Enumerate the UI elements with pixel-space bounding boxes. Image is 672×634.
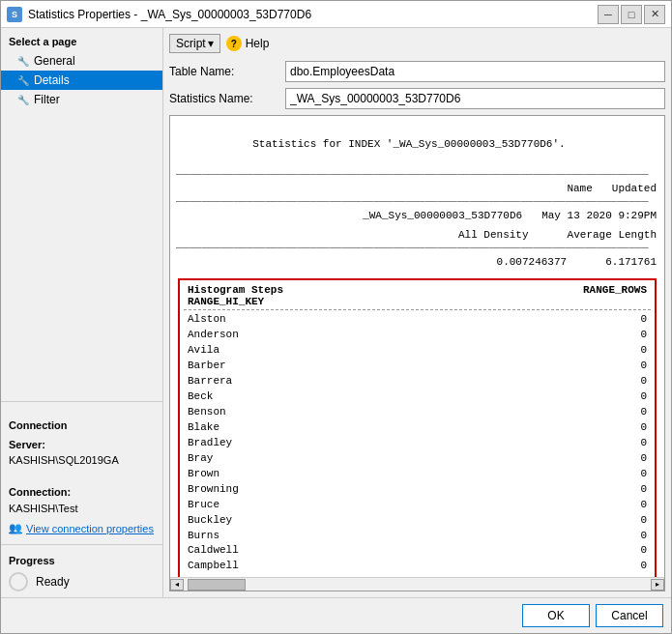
histogram-value: 0: [640, 513, 647, 529]
window-controls: ─ □ ✕: [598, 5, 665, 24]
ok-button[interactable]: OK: [522, 604, 590, 627]
help-label: Help: [246, 37, 270, 50]
histogram-name: Beck: [188, 389, 213, 405]
table-name-label: Table Name:: [169, 65, 285, 78]
histogram-row: Bray0: [184, 451, 651, 467]
histogram-col3: RANGE_ROWS: [583, 284, 647, 307]
stats-header-line: Statistics for INDEX '_WA_Sys_00000003_5…: [170, 120, 664, 168]
histogram-dashed: [184, 309, 651, 310]
progress-section: Progress Ready: [1, 549, 162, 597]
details-icon: 🔧: [16, 75, 30, 86]
stats-name-row: Statistics Name:: [169, 88, 665, 109]
histogram-name: Brown: [188, 467, 219, 482]
cancel-button[interactable]: Cancel: [596, 604, 663, 627]
histogram-name: Bray: [188, 451, 213, 467]
histogram-name: Burns: [188, 529, 219, 544]
progress-spinner: [9, 572, 28, 591]
toolbar: Script ▾ ? Help: [169, 34, 665, 53]
help-icon: ?: [226, 36, 242, 51]
name-header: Name: [178, 183, 612, 194]
sidebar-filter-label: Filter: [34, 93, 60, 106]
histogram-row: Browning0: [184, 482, 651, 498]
histogram-value: 0: [640, 389, 647, 405]
stats-density-header: All Density Average Length: [170, 228, 664, 242]
table-name-input[interactable]: [285, 61, 665, 82]
histogram-row: Avila0: [184, 343, 651, 359]
content-area: Select a page 🔧 General 🔧 Details 🔧 Filt…: [1, 28, 671, 597]
avg-length-header: Average Length: [568, 229, 657, 241]
script-button[interactable]: Script ▾: [169, 34, 220, 53]
statistics-name-label: Statistics Name:: [169, 92, 285, 105]
histogram-rows: Alston0Anderson0Avila0Barber0Barrera0Bec…: [184, 312, 651, 574]
connection-link-icon: 👥: [9, 522, 22, 534]
histogram-name: Bruce: [188, 498, 219, 513]
histogram-value: 0: [640, 328, 647, 343]
histogram-name: Barrera: [188, 374, 232, 389]
table-name-row: Table Name:: [169, 61, 665, 82]
histogram-name: Campbell: [188, 559, 239, 574]
histogram-name: Browning: [188, 482, 239, 498]
histogram-name: Barber: [188, 359, 226, 374]
sidebar-item-general[interactable]: 🔧 General: [1, 51, 162, 71]
horizontal-scrollbar[interactable]: ◂ ▸: [170, 577, 664, 591]
histogram-value: 0: [640, 436, 647, 451]
sidebar-details-label: Details: [34, 73, 70, 87]
server-label: Server:: [9, 439, 45, 450]
hscroll-right-arrow[interactable]: ▸: [651, 579, 664, 591]
sidebar: Select a page 🔧 General 🔧 Details 🔧 Filt…: [1, 28, 163, 597]
script-dropdown-arrow: ▾: [208, 37, 214, 50]
maximize-button[interactable]: □: [621, 5, 642, 24]
density-value: 0.007246377: [178, 256, 605, 268]
connection-info: Server: KASHISH\SQL2019GA Connection: KA…: [9, 437, 155, 517]
sidebar-item-details[interactable]: 🔧 Details: [1, 71, 162, 90]
histogram-row: Burns0: [184, 529, 651, 544]
title-bar: S Statistics Properties - _WA_Sys_000000…: [1, 1, 671, 28]
server-value: KASHISH\SQL2019GA: [9, 452, 155, 469]
view-connection-link[interactable]: 👥 View connection properties: [9, 522, 155, 534]
histogram-value: 0: [640, 420, 647, 436]
histogram-row: Buckley0: [184, 513, 651, 529]
histogram-value: 0: [640, 359, 647, 374]
histogram-row: Alston0: [184, 312, 651, 328]
app-icon: S: [7, 7, 22, 22]
updated-header: Updated: [612, 183, 657, 194]
histogram-name: Alston: [188, 312, 226, 328]
histogram-value: 0: [640, 482, 647, 498]
histogram-row: Bradley0: [184, 436, 651, 451]
histogram-row: Beck0: [184, 389, 651, 405]
connection-value: KASHISH\Test: [9, 501, 155, 517]
progress-title: Progress: [9, 555, 155, 566]
stats-scrollable[interactable]: Statistics for INDEX '_WA_Sys_00000003_5…: [170, 116, 664, 577]
minimize-button[interactable]: ─: [598, 5, 619, 24]
histogram-row: Anderson0: [184, 328, 651, 343]
stats-dashed-2: ────────────────────────────────────────…: [170, 195, 664, 209]
main-panel: Script ▾ ? Help Table Name: Statistics N…: [163, 28, 671, 597]
statistics-name-input[interactable]: [285, 88, 665, 109]
filter-icon: 🔧: [16, 95, 30, 105]
histogram-value: 0: [640, 543, 647, 559]
hscroll-left-arrow[interactable]: ◂: [170, 579, 184, 591]
histogram-name: Avila: [188, 343, 219, 359]
script-label: Script: [176, 37, 206, 50]
sidebar-item-filter[interactable]: 🔧 Filter: [1, 90, 162, 109]
histogram-row: Barber0: [184, 359, 651, 374]
histogram-header: Histogram Steps RANGE_HI_KEY RANGE_ROWS: [184, 284, 651, 307]
histogram-name: Blake: [188, 420, 219, 436]
histogram-value: 0: [640, 374, 647, 389]
density-header: All Density: [178, 229, 568, 241]
help-button[interactable]: ? Help: [226, 36, 270, 51]
stats-dashed-3: ────────────────────────────────────────…: [170, 242, 664, 255]
stats-updated-value: May 13 2020 9:29PM: [541, 210, 657, 221]
histogram-name: Bradley: [188, 436, 232, 451]
histogram-name: Anderson: [188, 328, 239, 343]
close-button[interactable]: ✕: [644, 5, 665, 24]
stats-index-row: _WA_Sys_00000003_53D770D6 May 13 2020 9:…: [170, 209, 664, 222]
progress-content: Ready: [9, 572, 155, 591]
progress-status: Ready: [36, 575, 70, 589]
stats-dashed-1: ────────────────────────────────────────…: [170, 168, 664, 182]
hscroll-thumb[interactable]: [188, 579, 246, 591]
histogram-row: Bruce0: [184, 498, 651, 513]
histogram-row: Blake0: [184, 420, 651, 436]
histogram-value: 0: [640, 343, 647, 359]
bottom-bar: OK Cancel: [1, 597, 671, 633]
